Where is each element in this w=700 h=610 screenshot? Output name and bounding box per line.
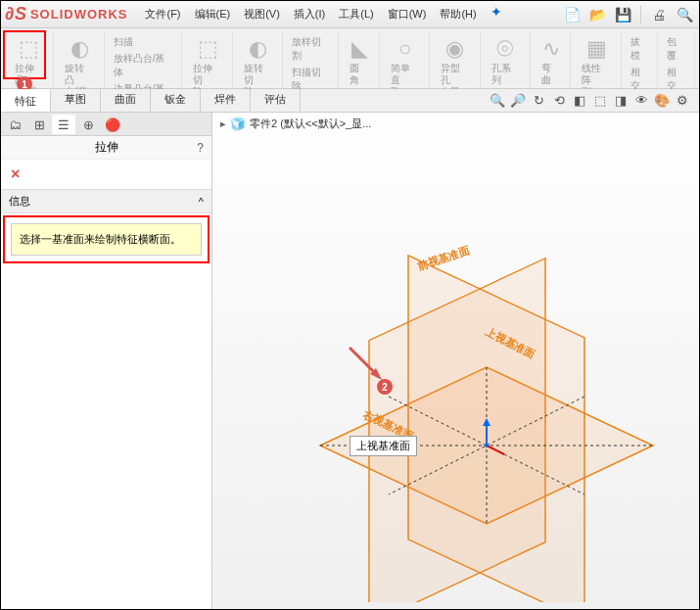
bend-icon: ∿ <box>542 36 560 62</box>
zoom-area-icon[interactable]: 🔎 <box>509 91 527 109</box>
main-area: 🗂 ⊞ ☰ ⊕ 🔴 拉伸 ? × 信息 ^ 选择一基准面来绘制特征横断面。 ▸ … <box>1 113 699 609</box>
appearance-tab-icon[interactable]: 🔴 <box>101 115 124 134</box>
sidebar-tabs: 🗂 ⊞ ☰ ⊕ 🔴 <box>1 113 211 136</box>
tab-weldments[interactable]: 焊件 <box>201 89 251 112</box>
ribbon: ⬚ 拉伸凸 台/基 体 1 ◐ 旋转凸 台/基 体 扫描 放样凸台/基体 边界凸… <box>1 28 699 89</box>
fillet-label: 圆角 <box>350 63 369 86</box>
display-style-icon[interactable]: ◨ <box>612 91 630 109</box>
graphics-area[interactable]: ▸ 🧊 零件2 (默认<<默认>_显... <box>212 113 699 609</box>
info-section-header[interactable]: 信息 ^ <box>1 189 211 213</box>
hole-series-label: 孔系列 <box>491 63 520 86</box>
loft-cut-button[interactable]: 放样切割 <box>290 34 332 64</box>
planes-svg <box>291 230 663 602</box>
quick-access-toolbar: 📄 📂 💾 🖨 🔍 <box>561 5 695 24</box>
solidworks-logo-icon: ∂S <box>5 4 27 24</box>
badge-2: 2 <box>377 379 393 395</box>
right-plane[interactable] <box>408 256 584 602</box>
fillet-icon: ◣ <box>351 36 368 62</box>
previous-view-icon[interactable]: ⟲ <box>550 91 568 109</box>
menu-view[interactable]: 视图(V) <box>238 4 286 24</box>
plane-tooltip: 上视基准面 <box>350 436 417 456</box>
property-tab-icon[interactable]: ⊞ <box>27 115 51 134</box>
menu-tools[interactable]: 工具(L) <box>333 4 379 24</box>
breadcrumb: ▸ 🧊 零件2 (默认<<默认>_显... <box>220 117 371 131</box>
feature-tree-tab-icon[interactable]: 🗂 <box>3 115 26 134</box>
fillet-button[interactable]: ◣ 圆角 <box>346 34 373 88</box>
ribbon-group-end: 包覆 相交 镜向 <box>659 32 695 88</box>
view-toolbar: 🔍 🔎 ↻ ⟲ ◧ ⬚ ◨ 👁 🎨 ⚙ <box>489 91 691 109</box>
wrap-button[interactable]: 包覆 <box>665 34 688 64</box>
property-manager: 🗂 ⊞ ☰ ⊕ 🔴 拉伸 ? × 信息 ^ 选择一基准面来绘制特征横断面。 <box>1 113 212 609</box>
menu-edit[interactable]: 编辑(E) <box>189 4 237 24</box>
pattern-icon: ▦ <box>586 36 607 62</box>
menu-insert[interactable]: 插入(I) <box>288 4 331 24</box>
part-icon: 🧊 <box>230 117 246 131</box>
sweep-button[interactable]: 扫描 <box>112 34 176 50</box>
view-orientation-icon[interactable]: ⬚ <box>591 91 609 109</box>
highlight-annotation <box>3 30 46 79</box>
ribbon-group-extrude: ⬚ 拉伸凸 台/基 体 1 <box>5 32 54 88</box>
command-tabs: 特征 草图 曲面 钣金 焊件 评估 🔍 🔎 ↻ ⟲ ◧ ⬚ ◨ 👁 🎨 ⚙ <box>1 89 699 113</box>
extrude-cut-icon: ⬚ <box>198 36 218 62</box>
breadcrumb-arrow-icon[interactable]: ▸ <box>220 117 226 130</box>
section-view-icon[interactable]: ◧ <box>571 91 588 109</box>
tab-evaluate[interactable]: 评估 <box>251 89 301 112</box>
search-icon[interactable]: 🔍 <box>674 5 695 24</box>
open-icon[interactable]: 📂 <box>586 5 608 24</box>
app-logo: ∂S SOLIDWORKS <box>5 4 127 24</box>
origin-point[interactable] <box>485 444 489 447</box>
info-label: 信息 <box>9 194 30 209</box>
ribbon-group-extrude-cut: ⬚ 拉伸切 除 <box>183 32 232 88</box>
help-icon[interactable]: ? <box>197 141 204 155</box>
menu-file[interactable]: 文件(F) <box>139 4 186 24</box>
ribbon-group-fillet: ◣ 圆角 <box>340 32 380 88</box>
menu-bar: 文件(F) 编辑(E) 视图(V) 插入(I) 工具(L) 窗口(W) 帮助(H… <box>139 4 501 24</box>
tab-surfaces[interactable]: 曲面 <box>101 89 151 112</box>
ribbon-group-bend: ∿ 弯曲 <box>532 32 572 88</box>
star-icon[interactable]: ✦ <box>490 4 502 24</box>
ribbon-group-simple-hole: ○ 简单直 孔 <box>381 32 430 88</box>
ribbon-group-modify: 拔模 相交 抽壳 <box>623 32 659 88</box>
rotate-icon[interactable]: ↻ <box>530 91 547 109</box>
part-name[interactable]: 零件2 (默认<<默认>_显... <box>250 117 371 131</box>
menu-window[interactable]: 窗口(W) <box>382 4 433 24</box>
hide-show-icon[interactable]: 👁 <box>632 91 650 109</box>
close-button[interactable]: × <box>1 160 211 189</box>
ribbon-group-revolve: ◐ 旋转凸 台/基 体 <box>55 32 104 88</box>
collapse-icon: ^ <box>199 196 204 208</box>
ribbon-group-sweep: 扫描 放样凸台/基体 边界凸台/基体 <box>106 32 183 88</box>
ribbon-group-revolve-cut: ◐ 旋转切 除 <box>234 32 283 88</box>
dimxpert-tab-icon[interactable]: ⊕ <box>76 115 100 134</box>
ribbon-group-hole-series: ⦾ 孔系列 <box>482 32 531 88</box>
loft-button[interactable]: 放样凸台/基体 <box>112 51 176 80</box>
view-settings-icon[interactable]: ⚙ <box>674 91 691 109</box>
tab-sketch[interactable]: 草图 <box>51 89 101 112</box>
tab-sheetmetal[interactable]: 钣金 <box>151 89 201 112</box>
print-icon[interactable]: 🖨 <box>648 5 670 24</box>
ribbon-group-pattern: ▦ 线性阵 列 <box>572 32 621 88</box>
property-title: 拉伸 <box>95 139 118 156</box>
hole-icon: ○ <box>398 36 411 62</box>
titlebar: ∂S SOLIDWORKS 文件(F) 编辑(E) 视图(V) 插入(I) 工具… <box>1 1 699 28</box>
separator <box>640 6 641 23</box>
info-highlight-box: 选择一基准面来绘制特征横断面。 <box>3 215 210 263</box>
draft-button[interactable]: 拔模 <box>629 34 652 64</box>
config-tab-icon[interactable]: ☰ <box>52 115 75 134</box>
ribbon-group-hole-wizard: ◉ 异型孔 向导 <box>431 32 480 88</box>
tab-features[interactable]: 特征 <box>1 89 51 112</box>
hole-wizard-icon: ◉ <box>445 36 464 62</box>
app-name: SOLIDWORKS <box>30 7 128 22</box>
bend-label: 弯曲 <box>541 63 561 86</box>
bend-button[interactable]: ∿ 弯曲 <box>537 34 565 88</box>
hole-series-icon: ⦾ <box>496 36 514 62</box>
reference-planes: 前视基准面 上视基准面 右视基准面 上视基准面 2 <box>291 230 663 602</box>
save-icon[interactable]: 💾 <box>612 5 633 24</box>
info-message: 选择一基准面来绘制特征横断面。 <box>11 223 202 256</box>
menu-help[interactable]: 帮助(H) <box>434 4 482 24</box>
ribbon-group-cuts: 放样切割 扫描切除 放样切割 <box>284 32 339 88</box>
revolve-icon: ◐ <box>70 36 89 62</box>
new-icon[interactable]: 📄 <box>561 5 583 24</box>
appearance-icon[interactable]: 🎨 <box>653 91 671 109</box>
zoom-fit-icon[interactable]: 🔍 <box>489 91 506 109</box>
hole-series-button[interactable]: ⦾ 孔系列 <box>488 34 524 88</box>
